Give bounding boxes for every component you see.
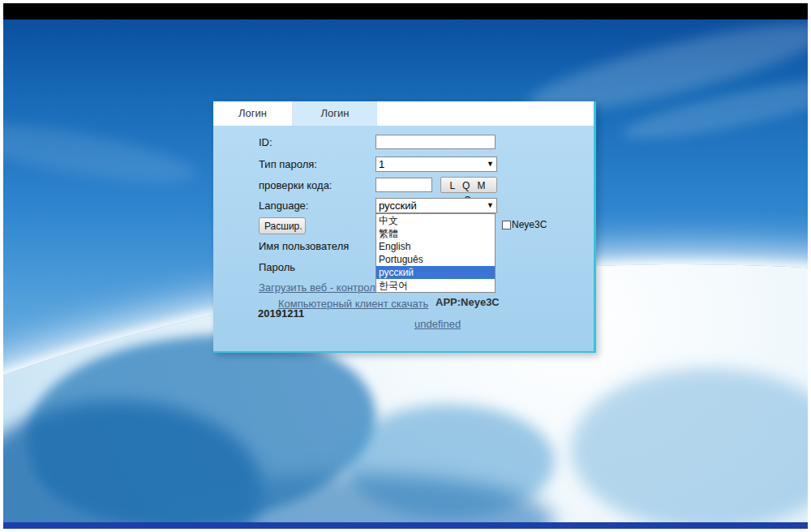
login-panel: Логин Логин ID: Тип пароля: 1 ▼ проверки… bbox=[213, 101, 596, 353]
language-option-chinese-traditional[interactable]: 繁體 bbox=[376, 227, 495, 240]
login-form: ID: Тип пароля: 1 ▼ проверки кода: L Q M… bbox=[213, 126, 594, 351]
language-option-english[interactable]: English bbox=[376, 240, 495, 253]
id-input[interactable] bbox=[375, 135, 496, 149]
language-option-chinese-simplified[interactable]: 中文 bbox=[376, 214, 495, 227]
language-label: Language: bbox=[259, 200, 308, 212]
neye3c-checkbox-row[interactable]: Neye3C bbox=[502, 219, 547, 230]
tab-bar: Логин Логин bbox=[213, 101, 594, 126]
language-option-korean[interactable]: 한국어 bbox=[376, 279, 495, 292]
captcha-code-button[interactable]: L Q M S bbox=[440, 177, 497, 193]
language-select[interactable]: русский ▼ bbox=[375, 198, 497, 213]
language-dropdown-list: 中文 繁體 English Português русский 한국어 bbox=[375, 213, 496, 293]
screen: Логин Логин ID: Тип пароля: 1 ▼ проверки… bbox=[3, 3, 808, 529]
web-control-download-link[interactable]: Загрузить веб - контроль bbox=[259, 281, 381, 294]
advanced-button[interactable]: Расшир. bbox=[259, 217, 306, 234]
tab-login-2[interactable]: Логин bbox=[293, 101, 377, 126]
password-type-value: 1 bbox=[379, 158, 384, 170]
undefined-link[interactable]: undefined bbox=[414, 318, 461, 330]
captcha-input[interactable] bbox=[375, 178, 432, 192]
password-type-label: Тип пароля: bbox=[259, 158, 317, 170]
app-name-label: APP:Neye3C bbox=[436, 296, 500, 308]
captcha-label: проверки кода: bbox=[259, 179, 333, 191]
language-selected-value: русский bbox=[379, 200, 417, 212]
password-type-select[interactable]: 1 ▼ bbox=[375, 157, 497, 172]
password-label: Пароль bbox=[259, 261, 295, 273]
chevron-down-icon: ▼ bbox=[487, 202, 494, 209]
id-label: ID: bbox=[259, 136, 272, 148]
neye3c-checkbox[interactable] bbox=[502, 221, 511, 230]
chevron-down-icon: ▼ bbox=[487, 161, 494, 168]
language-option-portuguese[interactable]: Português bbox=[376, 253, 495, 266]
language-option-russian[interactable]: русский bbox=[376, 266, 495, 279]
bottom-navy-bar bbox=[3, 522, 808, 529]
neye3c-checkbox-label: Neye3C bbox=[512, 219, 547, 230]
tab-login-1[interactable]: Логин bbox=[213, 101, 293, 126]
cloud-streak bbox=[3, 112, 200, 194]
browser-top-bar bbox=[3, 3, 808, 19]
username-label: Имя пользователя bbox=[259, 240, 349, 252]
version-label: 20191211 bbox=[258, 307, 304, 320]
